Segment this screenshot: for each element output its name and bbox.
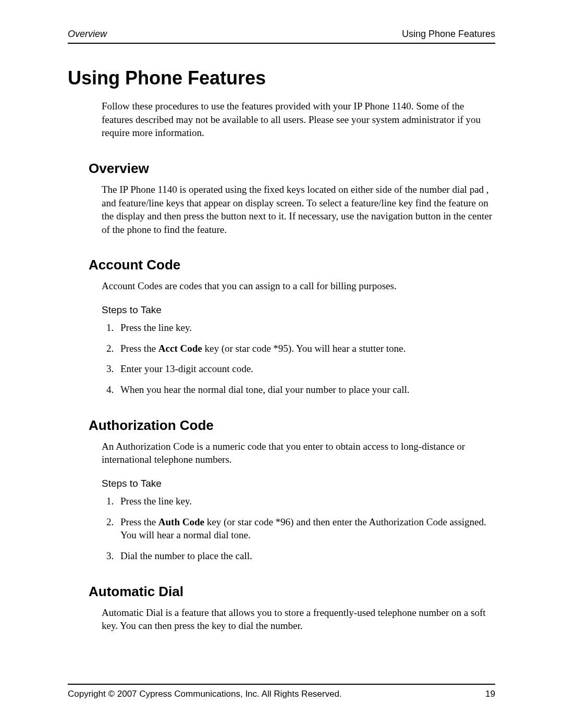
page-header: Overview Using Phone Features bbox=[68, 29, 495, 44]
account-code-steps-label: Steps to Take bbox=[102, 304, 495, 316]
acct-code-key: Acct Code bbox=[158, 343, 202, 354]
list-item: Enter your 13-digit account code. bbox=[116, 362, 495, 376]
auth-code-key: Auth Code bbox=[158, 516, 204, 527]
text-run: Press the bbox=[120, 343, 158, 354]
page-number: 19 bbox=[485, 689, 495, 699]
list-item: Press the line key. bbox=[116, 321, 495, 335]
list-item: When you hear the normal dial tone, dial… bbox=[116, 383, 495, 397]
list-item: Dial the number to place the call. bbox=[116, 549, 495, 563]
overview-body: The IP Phone 1140 is operated using the … bbox=[102, 183, 495, 237]
intro-paragraph: Follow these procedures to use the featu… bbox=[102, 100, 495, 140]
automatic-dial-body: Automatic Dial is a feature that allows … bbox=[102, 606, 495, 633]
authorization-code-steps-label: Steps to Take bbox=[102, 478, 495, 489]
overview-heading: Overview bbox=[89, 161, 495, 177]
authorization-code-steps: Press the line key. Press the Auth Code … bbox=[102, 495, 495, 563]
authorization-code-heading: Authorization Code bbox=[89, 417, 495, 434]
authorization-code-body: An Authorization Code is a numeric code … bbox=[102, 440, 495, 466]
page-footer: Copyright © 2007 Cypress Communications,… bbox=[68, 684, 495, 699]
list-item: Press the line key. bbox=[116, 495, 495, 508]
header-chapter-name: Using Phone Features bbox=[402, 29, 495, 40]
automatic-dial-heading: Automatic Dial bbox=[89, 584, 495, 600]
account-code-body: Account Codes are codes that you can ass… bbox=[102, 279, 495, 293]
page-title: Using Phone Features bbox=[68, 67, 495, 89]
text-run: Press the bbox=[120, 516, 158, 527]
account-code-heading: Account Code bbox=[89, 257, 495, 273]
text-run: key (or star code *95). You will hear a … bbox=[202, 343, 406, 354]
account-code-steps: Press the line key. Press the Acct Code … bbox=[102, 321, 495, 397]
list-item: Press the Acct Code key (or star code *9… bbox=[116, 342, 495, 355]
list-item: Press the Auth Code key (or star code *9… bbox=[116, 515, 495, 542]
copyright-text: Copyright © 2007 Cypress Communications,… bbox=[68, 689, 342, 699]
header-section-name: Overview bbox=[68, 29, 107, 40]
document-page: Overview Using Phone Features Using Phon… bbox=[0, 0, 563, 728]
